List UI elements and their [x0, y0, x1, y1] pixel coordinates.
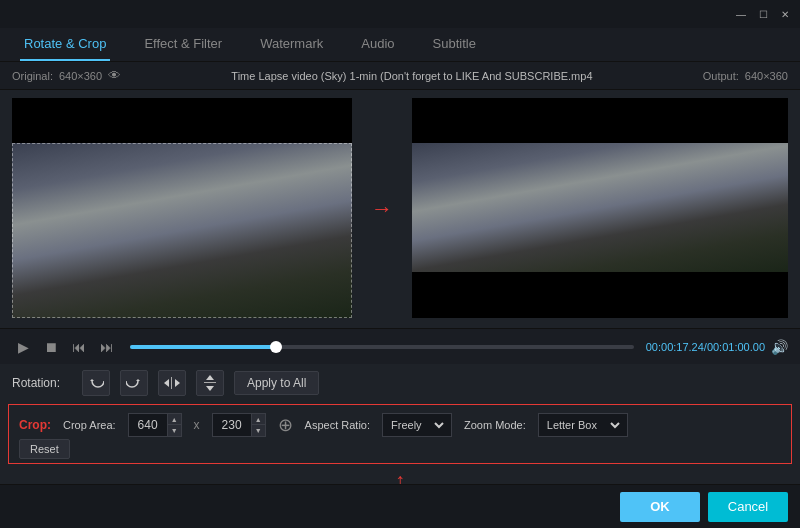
rotate-left-button[interactable]: [82, 370, 110, 396]
output-label: Output:: [703, 70, 739, 82]
video-right-top-bar: [412, 98, 788, 144]
flip-v-icon: [202, 375, 218, 391]
tab-subtitle[interactable]: Subtitle: [429, 28, 480, 61]
main-content: →: [0, 90, 800, 328]
video-right-bottom-bar: [412, 272, 788, 318]
apply-to-all-button[interactable]: Apply to All: [234, 371, 319, 395]
footer: OK Cancel: [0, 484, 800, 528]
width-decrement-button[interactable]: ▼: [167, 425, 181, 436]
width-spin-buttons: ▲ ▼: [167, 414, 181, 436]
file-name: Time Lapse video (Sky) 1-min (Don't forg…: [231, 70, 592, 82]
zoom-mode-select[interactable]: Letter Box Pan & Scan Full: [543, 418, 623, 432]
cancel-button[interactable]: Cancel: [708, 492, 788, 522]
crop-height-field[interactable]: [213, 418, 251, 432]
play-button[interactable]: ▶: [12, 336, 34, 358]
ok-button[interactable]: OK: [620, 492, 700, 522]
crop-width-input[interactable]: ▲ ▼: [128, 413, 182, 437]
height-spin-buttons: ▲ ▼: [251, 414, 265, 436]
crop-width-field[interactable]: [129, 418, 167, 432]
move-icon[interactable]: ⊕: [278, 414, 293, 436]
prev-button[interactable]: ⏮: [68, 336, 90, 358]
zoom-mode-label: Zoom Mode:: [464, 419, 526, 431]
rotation-label: Rotation:: [12, 376, 72, 390]
title-bar: — ☐ ✕: [0, 0, 800, 28]
rotate-right-button[interactable]: [120, 370, 148, 396]
aspect-ratio-select-wrapper[interactable]: Freely 16:9 4:3 1:1 9:16: [382, 413, 452, 437]
width-increment-button[interactable]: ▲: [167, 414, 181, 425]
flip-vertical-button[interactable]: [196, 370, 224, 396]
time-display: 00:00:17.24/00:01:00.00: [646, 341, 765, 353]
original-label: Original:: [12, 70, 53, 82]
video-overlay-top: [12, 98, 352, 143]
svg-marker-2: [175, 379, 180, 387]
video-left-inner: [12, 98, 352, 318]
reset-button[interactable]: Reset: [19, 439, 70, 459]
height-decrement-button[interactable]: ▼: [251, 425, 265, 436]
info-bar: Original: 640×360 👁 Time Lapse video (Sk…: [0, 62, 800, 90]
progress-bar[interactable]: [130, 345, 634, 349]
flip-horizontal-button[interactable]: [158, 370, 186, 396]
svg-rect-0: [171, 377, 172, 389]
svg-marker-5: [206, 386, 214, 391]
output-resolution: 640×360: [745, 70, 788, 82]
crop-bottom-row: Reset: [19, 441, 781, 459]
crop-border: [12, 143, 352, 318]
rotate-left-icon: [88, 375, 104, 391]
eye-icon[interactable]: 👁: [108, 68, 121, 83]
crop-area-label: Crop Area:: [63, 419, 116, 431]
right-arrow-icon: →: [371, 196, 393, 222]
maximize-button[interactable]: ☐: [756, 7, 770, 21]
svg-marker-4: [206, 375, 214, 380]
svg-rect-3: [204, 382, 216, 383]
crop-row: Crop: Crop Area: ▲ ▼ x ▲ ▼ ⊕ Aspect: [19, 409, 781, 441]
minimize-button[interactable]: —: [734, 7, 748, 21]
stop-button[interactable]: ⏹: [40, 336, 62, 358]
rotation-section: Rotation: Apply to All: [0, 364, 800, 402]
crop-label: Crop:: [19, 418, 51, 432]
tab-effect-filter[interactable]: Effect & Filter: [140, 28, 226, 61]
info-left: Original: 640×360 👁: [12, 68, 121, 83]
aspect-ratio-select[interactable]: Freely 16:9 4:3 1:1 9:16: [387, 418, 447, 432]
close-button[interactable]: ✕: [778, 7, 792, 21]
tab-bar: Rotate & Crop Effect & Filter Watermark …: [0, 28, 800, 62]
aspect-ratio-label: Aspect Ratio:: [305, 419, 370, 431]
original-resolution: 640×360: [59, 70, 102, 82]
tab-watermark[interactable]: Watermark: [256, 28, 327, 61]
progress-fill: [130, 345, 276, 349]
video-right-content: [412, 143, 788, 273]
tab-rotate-crop[interactable]: Rotate & Crop: [20, 28, 110, 61]
crop-section-wrapper: Crop: Crop Area: ▲ ▼ x ▲ ▼ ⊕ Aspect: [8, 404, 792, 464]
volume-icon[interactable]: 🔊: [771, 339, 788, 355]
crop-section: Crop: Crop Area: ▲ ▼ x ▲ ▼ ⊕ Aspect: [8, 404, 792, 464]
rotate-right-icon: [126, 375, 142, 391]
tab-audio[interactable]: Audio: [357, 28, 398, 61]
height-increment-button[interactable]: ▲: [251, 414, 265, 425]
video-preview-left: [12, 98, 352, 318]
flip-h-icon: [164, 375, 180, 391]
controls-bar: ▶ ⏹ ⏮ ⏭ 00:00:17.24/00:01:00.00 🔊: [0, 328, 800, 364]
zoom-mode-select-wrapper[interactable]: Letter Box Pan & Scan Full: [538, 413, 628, 437]
x-separator: x: [194, 418, 200, 432]
arrow-container: →: [362, 98, 402, 320]
video-right-inner: [412, 98, 788, 318]
crop-height-input[interactable]: ▲ ▼: [212, 413, 266, 437]
svg-marker-1: [164, 379, 169, 387]
progress-thumb: [270, 341, 282, 353]
video-preview-right: [412, 98, 788, 318]
next-button[interactable]: ⏭: [96, 336, 118, 358]
info-right: Output: 640×360: [703, 70, 788, 82]
